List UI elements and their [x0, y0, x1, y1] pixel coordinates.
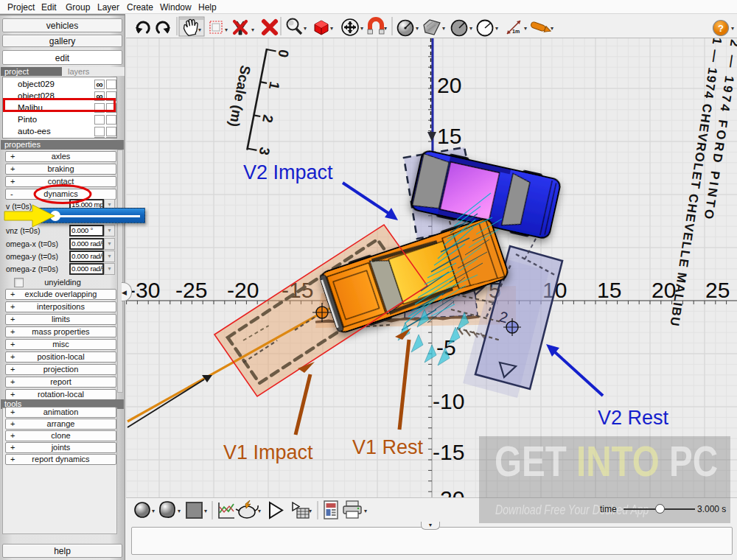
- svg-text:▾: ▾: [469, 25, 472, 32]
- svg-text:▾: ▾: [225, 27, 228, 33]
- svg-text:V2 Rest: V2 Rest: [598, 407, 669, 429]
- svg-text:15: 15: [437, 124, 461, 148]
- svg-text:?: ?: [718, 23, 724, 34]
- svg-text:20: 20: [437, 73, 461, 97]
- svg-text:▾: ▾: [309, 508, 312, 514]
- svg-text:-20: -20: [227, 278, 259, 302]
- svg-text:▾: ▾: [731, 25, 734, 32]
- svg-text:V1 Rest: V1 Rest: [352, 436, 424, 458]
- svg-text:V1 Impact: V1 Impact: [223, 441, 313, 463]
- svg-text:▾: ▾: [364, 508, 367, 514]
- svg-text:▾: ▾: [524, 25, 527, 32]
- svg-text:▾: ▾: [204, 508, 207, 514]
- svg-text:-15: -15: [433, 440, 464, 464]
- svg-text:-10: -10: [433, 389, 464, 413]
- svg-text:▾: ▾: [495, 25, 498, 32]
- svg-text:▾: ▾: [384, 25, 387, 32]
- svg-text:15: 15: [597, 278, 621, 302]
- svg-text:▾: ▾: [416, 25, 419, 32]
- svg-text:▾: ▾: [330, 25, 333, 32]
- svg-text:▾: ▾: [178, 508, 181, 514]
- svg-text:1m: 1m: [512, 29, 520, 34]
- svg-text:▾: ▾: [304, 25, 307, 32]
- svg-text:-20: -20: [433, 486, 464, 497]
- svg-text:-25: -25: [175, 278, 207, 302]
- svg-text:▾: ▾: [360, 25, 363, 32]
- svg-text:▾: ▾: [258, 508, 261, 514]
- svg-text:▾: ▾: [152, 508, 155, 514]
- svg-text:-30: -30: [128, 278, 160, 302]
- svg-text:▾: ▾: [251, 27, 254, 33]
- svg-text:V2 Impact: V2 Impact: [243, 161, 333, 183]
- svg-text:▾: ▾: [442, 25, 445, 32]
- svg-text:▾: ▾: [198, 27, 201, 33]
- svg-text:▾: ▾: [551, 25, 553, 32]
- svg-text:25: 25: [705, 278, 730, 302]
